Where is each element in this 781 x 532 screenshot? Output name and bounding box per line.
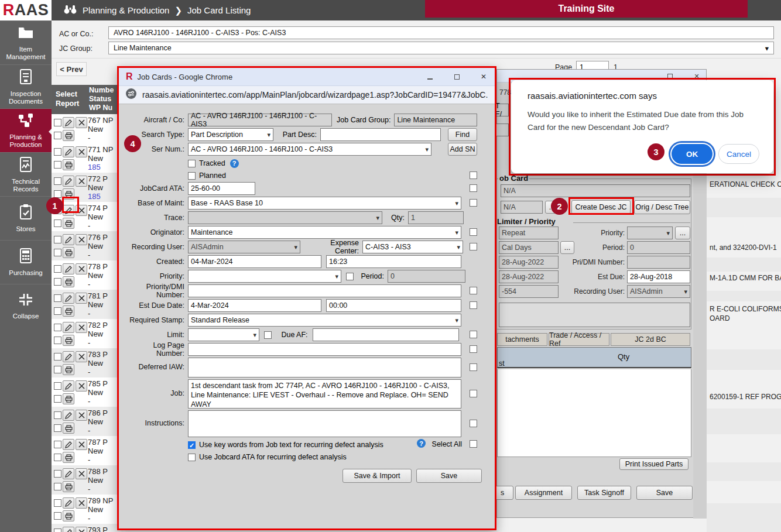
- delete-x-icon[interactable]: [76, 117, 87, 128]
- tab-trade-access-ref[interactable]: Trade / Access / Ref: [549, 333, 609, 346]
- row-select-checkbox[interactable]: [54, 294, 61, 302]
- limiter-notes-textarea[interactable]: [499, 303, 690, 327]
- est-due-date-input[interactable]: 4-Mar-2024: [188, 299, 321, 312]
- ok-button[interactable]: OK: [672, 144, 713, 164]
- delete-x-icon[interactable]: [76, 176, 87, 187]
- help-icon[interactable]: ?: [230, 159, 239, 168]
- est-due-field[interactable]: 28-Aug-2018: [627, 270, 690, 283]
- print-icon[interactable]: [63, 393, 74, 404]
- popup-titlebar[interactable]: R Job Cards - Google Chrome ✕: [119, 68, 495, 85]
- priority-select[interactable]: ▾: [188, 270, 341, 283]
- print-icon[interactable]: [63, 276, 74, 287]
- print-icon[interactable]: [63, 218, 74, 229]
- row-print-checkbox[interactable]: [54, 454, 61, 461]
- delete-x-icon[interactable]: [76, 293, 87, 304]
- expense-center-select[interactable]: C-AIS3 - AIS3▾: [362, 241, 463, 253]
- edit-pencil-icon[interactable]: [63, 380, 74, 392]
- priority-select[interactable]: ▾: [627, 226, 673, 239]
- popup-url[interactable]: raasais.aviationintertec.com/app/MainPla…: [142, 90, 488, 99]
- print-icon[interactable]: [63, 247, 74, 258]
- priority-dmi-checkbox[interactable]: [470, 287, 477, 294]
- priority-dmi-input[interactable]: [188, 284, 461, 297]
- recording-user-select[interactable]: AISAdmin▾: [627, 285, 690, 298]
- print-issued-parts-button[interactable]: Print Issued Parts: [619, 458, 688, 470]
- row-print-checkbox[interactable]: [54, 337, 61, 344]
- row-select-checkbox[interactable]: [54, 528, 61, 532]
- tab-jc-2d-bc[interactable]: JC 2d BC: [611, 333, 690, 346]
- sidebar-item-technical-records[interactable]: TechnicalRecords: [0, 152, 52, 196]
- job-checkbox[interactable]: [470, 390, 477, 397]
- sidebar-item-item-management[interactable]: ItemManagement: [0, 20, 52, 64]
- close-icon[interactable]: ✕: [479, 73, 488, 81]
- print-icon[interactable]: [63, 452, 74, 463]
- edit-pencil-icon[interactable]: [63, 497, 74, 509]
- detail-button-task-signoff[interactable]: Task Signoff: [577, 486, 631, 500]
- select-all-checkbox[interactable]: [470, 440, 477, 448]
- keywords-checkbox[interactable]: ✓: [188, 441, 196, 449]
- log-page-input[interactable]: [188, 343, 461, 356]
- minimize-icon[interactable]: [426, 73, 434, 81]
- originator-row-checkbox[interactable]: [470, 228, 477, 236]
- created-time-input[interactable]: 16:23: [326, 255, 461, 268]
- row-select-checkbox[interactable]: [54, 353, 61, 361]
- edit-pencil-icon[interactable]: [63, 293, 74, 304]
- row-select-checkbox[interactable]: [54, 324, 61, 331]
- delete-x-icon[interactable]: [76, 380, 87, 392]
- row-print-checkbox[interactable]: [54, 512, 61, 520]
- deferred-iaw-textarea[interactable]: [188, 358, 461, 377]
- row-select-checkbox[interactable]: [54, 236, 61, 243]
- print-icon[interactable]: [63, 481, 74, 492]
- instructions-textarea[interactable]: [188, 410, 461, 437]
- row-select-checkbox[interactable]: [54, 148, 61, 156]
- sidebar-item-stores[interactable]: Stores: [0, 196, 52, 240]
- log-page-checkbox[interactable]: [470, 345, 477, 353]
- popup-url-bar[interactable]: raasais.aviationintertec.com/app/MainPla…: [119, 85, 495, 104]
- priority-checkbox[interactable]: [346, 273, 354, 280]
- print-icon[interactable]: [63, 335, 74, 346]
- row-print-checkbox[interactable]: [54, 424, 61, 432]
- delete-x-icon[interactable]: [76, 351, 87, 362]
- edit-pencil-icon[interactable]: [63, 527, 74, 532]
- row-select-checkbox[interactable]: [54, 119, 61, 126]
- row-print-checkbox[interactable]: [54, 278, 61, 286]
- help-icon[interactable]: ?: [417, 439, 426, 448]
- print-icon[interactable]: [63, 159, 74, 170]
- save-button[interactable]: Save: [416, 469, 482, 483]
- find-button[interactable]: Find: [448, 128, 477, 141]
- edit-pencil-icon[interactable]: [63, 146, 74, 157]
- row-select-checkbox[interactable]: [54, 499, 61, 507]
- edit-pencil-icon[interactable]: [63, 176, 74, 187]
- deferred-iaw-checkbox[interactable]: [470, 363, 477, 371]
- instructions-checkbox[interactable]: [470, 420, 477, 427]
- edit-pencil-icon[interactable]: [63, 468, 74, 479]
- add-sn-button[interactable]: Add SN: [448, 143, 477, 156]
- row-print-checkbox[interactable]: [54, 366, 61, 373]
- row-print-checkbox[interactable]: [54, 161, 61, 169]
- planned-row-checkbox[interactable]: [470, 171, 477, 179]
- edit-pencil-icon[interactable]: [63, 322, 74, 333]
- delete-x-icon[interactable]: [76, 322, 87, 333]
- row-print-checkbox[interactable]: [54, 132, 61, 139]
- job-textarea[interactable]: 1st descendant task from JC 774P, AC - A…: [188, 379, 461, 409]
- row-print-checkbox[interactable]: [54, 219, 61, 227]
- edit-pencil-icon[interactable]: [63, 234, 74, 245]
- delete-x-icon[interactable]: [76, 146, 87, 157]
- delete-x-icon[interactable]: [76, 439, 87, 450]
- jc-group-select[interactable]: Line Maintenance▾: [108, 42, 774, 54]
- ac-or-co-input[interactable]: AVRO 146RJ100 - 146RJ100 - C-AIS3 - Pos:…: [108, 26, 774, 39]
- base-row-checkbox[interactable]: [470, 199, 477, 207]
- cancel-button[interactable]: Cancel: [718, 144, 759, 164]
- print-icon[interactable]: [63, 364, 74, 375]
- delete-x-icon[interactable]: [76, 468, 87, 479]
- orig-desc-tree-button[interactable]: Orig / Desc Tree: [634, 200, 690, 214]
- row-print-checkbox[interactable]: [54, 307, 61, 315]
- sidebar-item-inspection-documents[interactable]: InspectionDocuments: [0, 64, 52, 108]
- edit-pencil-icon[interactable]: [63, 439, 74, 450]
- row-select-checkbox[interactable]: [54, 177, 61, 185]
- ata-row-checkbox[interactable]: [470, 184, 477, 192]
- row-select-checkbox[interactable]: [54, 411, 61, 419]
- maximize-icon[interactable]: [453, 73, 461, 81]
- edit-pencil-icon[interactable]: [63, 117, 74, 128]
- save-and-import-button[interactable]: Save & Import: [342, 469, 412, 483]
- prev-button[interactable]: < Prev: [56, 62, 87, 76]
